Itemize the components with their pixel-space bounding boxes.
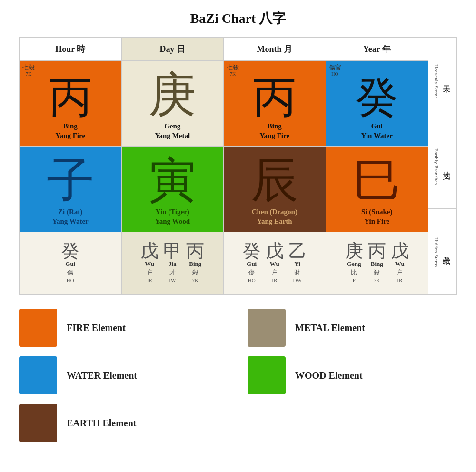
stem-label-day: GengYang Metal [155, 122, 190, 140]
metal-swatch [248, 309, 286, 347]
side-labels: 天干 Heavenly Stems 地支 Earthly Branches 藏干… [428, 38, 456, 294]
hidden-hour: 癸 Gui 傷 HO [20, 232, 122, 294]
branch-hour: 子 Zi (Rat)Yang Water [20, 147, 122, 232]
stem-label-hour: BingYang Fire [55, 122, 85, 140]
legend-water: WATER Element [19, 356, 228, 394]
water-label: WATER Element [67, 370, 137, 381]
header-day: Day 日 [122, 38, 224, 61]
header-month: Month 月 [224, 38, 326, 61]
legend-metal: METAL Element [248, 309, 457, 347]
stem-char-day: 庚 [149, 71, 196, 119]
legend: FIRE Element METAL Element WATER Element… [19, 309, 457, 442]
hidden-item: 乙 Yi 財 DW [288, 242, 307, 285]
hidden-item: 甲 Jia 才 IW [163, 242, 181, 285]
hidden-item: 癸 Gui 傷 HO [61, 242, 79, 285]
header-hour: Hour 時 [20, 38, 122, 61]
branch-day: 寅 Yin (Tiger)Yang Wood [122, 147, 224, 232]
side-label-hidden: 藏干 Hidden Stems [428, 209, 456, 294]
hidden-item: 戊 Wu 户 IR [391, 242, 409, 285]
legend-earth: EARTH Element [19, 404, 228, 442]
header-row: Hour 時 Day 日 Month 月 Year 年 [20, 38, 428, 61]
heavenly-stems-row: 七殺 7K 丙 BingYang Fire 庚 GengYang Metal 七… [20, 61, 428, 147]
stem-year: 傷官 HO 癸 GuiYin Water [326, 61, 428, 147]
legend-fire: FIRE Element [19, 309, 228, 347]
stem-char-year: 癸 [356, 76, 398, 119]
earth-swatch [19, 404, 57, 442]
branch-label-hour: Zi (Rat)Yang Water [52, 207, 89, 226]
hidden-item: 癸 Gui 傷 HO [243, 242, 261, 285]
water-swatch [19, 356, 57, 394]
branch-char-day: 寅 [149, 157, 196, 205]
fire-label: FIRE Element [67, 323, 126, 334]
page-title: BaZi Chart 八字 [14, 10, 462, 28]
hidden-item: 戊 Wu 户 IR [266, 242, 284, 285]
hidden-day: 戊 Wu 户 IR 甲 Jia 才 IW 丙 [122, 232, 224, 294]
header-year: Year 年 [326, 38, 428, 61]
hidden-month: 癸 Gui 傷 HO 戊 Wu 户 IR 乙 [224, 232, 326, 294]
fire-swatch [19, 309, 57, 347]
wood-label: WOOD Element [295, 370, 363, 381]
branch-label-day: Yin (Tiger)Yang Wood [155, 207, 190, 226]
side-label-earthly: 地支 Earthly Branches [428, 123, 456, 209]
branch-char-hour: 子 [47, 157, 94, 205]
side-label-heavenly: 天干 Heavenly Stems [428, 38, 456, 123]
hidden-year: 庚 Geng 比 F 丙 Bing 殺 7K 戊 [326, 232, 428, 294]
branch-label-month: Chen (Dragon)Yang Earth [252, 207, 298, 226]
legend-wood: WOOD Element [248, 356, 457, 394]
earthly-branches-row: 子 Zi (Rat)Yang Water 寅 Yin (Tiger)Yang W… [20, 147, 428, 232]
stem-label-month: BingYang Fire [259, 122, 289, 140]
earth-label: EARTH Element [67, 418, 137, 429]
branch-label-year: Si (Snake)Yin Fire [361, 207, 392, 226]
branch-month: 辰 Chen (Dragon)Yang Earth [224, 147, 326, 232]
hidden-item: 丙 Bing 殺 7K [368, 242, 386, 285]
wood-swatch [248, 356, 286, 394]
stem-hour: 七殺 7K 丙 BingYang Fire [20, 61, 122, 147]
stem-month: 七殺 7K 丙 BingYang Fire [224, 61, 326, 147]
branch-char-month: 辰 [251, 157, 298, 205]
hidden-item: 丙 Bing 殺 7K [186, 242, 204, 285]
stem-char-hour: 丙 [49, 76, 92, 119]
branch-char-year: 巳 [353, 157, 401, 205]
branch-year: 巳 Si (Snake)Yin Fire [326, 147, 428, 232]
stem-label-year: GuiYin Water [361, 122, 393, 140]
hidden-item: 庚 Geng 比 F [345, 242, 363, 285]
stem-day: 庚 GengYang Metal [122, 61, 224, 147]
hidden-stems-row: 癸 Gui 傷 HO 戊 Wu 户 IR [20, 232, 428, 294]
metal-label: METAL Element [295, 323, 365, 334]
hidden-item: 戊 Wu 户 IR [140, 242, 159, 285]
stem-char-month: 丙 [253, 76, 296, 119]
